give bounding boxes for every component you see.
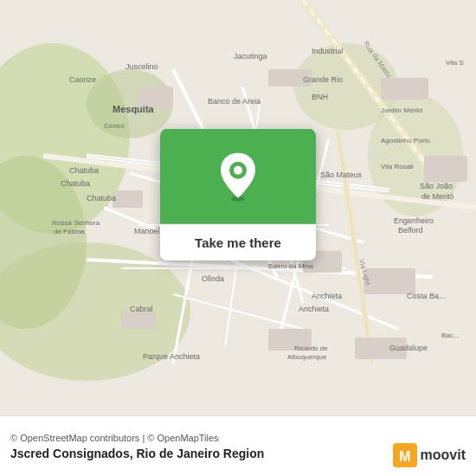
svg-text:M: M	[399, 449, 410, 464]
svg-text:Chatuba: Chatuba	[87, 194, 116, 203]
svg-text:São João: São João	[420, 182, 453, 190]
svg-text:Guadalupe: Guadalupe	[389, 344, 428, 352]
svg-text:Chatuba: Chatuba	[69, 166, 99, 175]
svg-rect-30	[113, 190, 143, 208]
svg-text:de Fátima: de Fátima	[54, 228, 85, 235]
svg-text:Vila S: Vila S	[446, 59, 464, 67]
svg-text:Banco de Areia: Banco de Areia	[208, 97, 261, 106]
svg-text:Chatuba: Chatuba	[61, 179, 90, 188]
svg-text:Bairro da Mina: Bairro da Mina	[268, 262, 314, 270]
map-container: Caonze Juscelino Jacutinga Industrial Vi…	[0, 0, 476, 415]
svg-text:BNH: BNH	[312, 93, 328, 101]
moovit-icon: M	[393, 443, 417, 467]
svg-text:Industrial: Industrial	[312, 47, 344, 55]
svg-text:Cabral: Cabral	[130, 305, 153, 313]
svg-text:Anchieta: Anchieta	[312, 292, 342, 300]
svg-text:Parque Anchieta: Parque Anchieta	[143, 352, 200, 361]
svg-rect-29	[424, 156, 467, 182]
svg-text:Caonze: Caonze	[69, 75, 96, 84]
svg-text:de Meritó: de Meritó	[421, 192, 454, 201]
card-map-preview	[160, 129, 316, 224]
svg-text:Jardim Meritó: Jardim Meritó	[381, 106, 423, 114]
bottom-bar: © OpenStreetMap contributors | © OpenMap…	[0, 415, 476, 476]
svg-rect-33	[121, 312, 156, 329]
take-me-there-button[interactable]: Take me there	[160, 224, 316, 261]
svg-text:Jacutinga: Jacutinga	[234, 52, 267, 61]
svg-point-77	[234, 166, 242, 175]
svg-text:Nossa Senhora: Nossa Senhora	[52, 219, 100, 227]
svg-text:Ricardo de: Ricardo de	[294, 344, 328, 352]
location-card: Take me there	[160, 129, 316, 261]
svg-text:Anchieta: Anchieta	[299, 305, 329, 313]
svg-text:Belford: Belford	[398, 226, 423, 235]
moovit-label: moovit	[421, 447, 466, 463]
svg-text:Engenheiro: Engenheiro	[394, 216, 434, 225]
svg-text:Vila Rosali: Vila Rosali	[381, 163, 414, 170]
svg-text:Albuquerque: Albuquerque	[287, 353, 327, 361]
svg-text:Centro: Centro	[104, 122, 125, 130]
moovit-logo: M moovit	[393, 443, 466, 467]
attribution-text: © OpenStreetMap contributors | © OpenMap…	[10, 433, 466, 443]
svg-text:Bac...: Bac...	[441, 331, 459, 339]
svg-text:São Mateus: São Mateus	[320, 170, 363, 179]
svg-text:Grande Rio: Grande Rio	[303, 75, 343, 84]
svg-text:Costa Ba...: Costa Ba...	[407, 292, 446, 300]
svg-text:Agostinho Porto: Agostinho Porto	[381, 137, 430, 145]
svg-text:Olinda: Olinda	[202, 274, 224, 283]
location-pin-icon	[219, 151, 257, 202]
svg-rect-28	[381, 78, 428, 100]
svg-text:Juscelino: Juscelino	[125, 62, 158, 71]
svg-text:Mesquita: Mesquita	[113, 104, 155, 114]
